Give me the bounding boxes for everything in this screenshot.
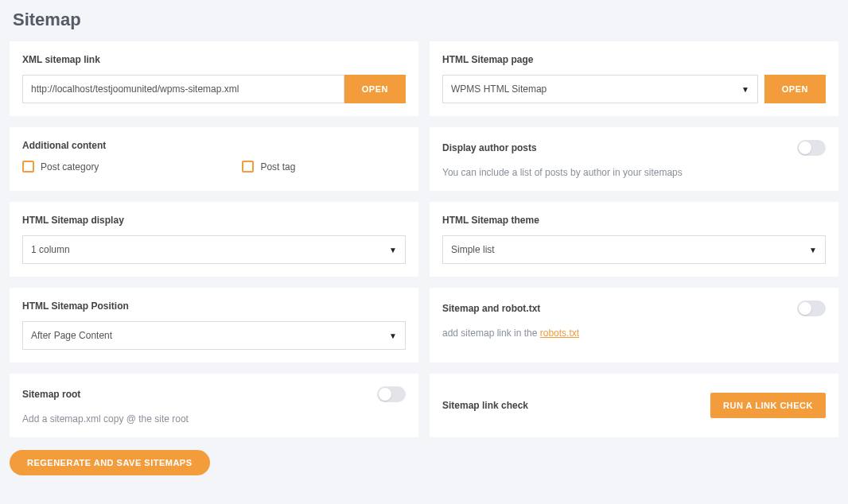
display-selected: 1 column — [31, 244, 389, 255]
root-desc: Add a sitemap.xml copy @ the site root — [22, 413, 406, 425]
chevron-down-icon: ▼ — [389, 246, 397, 254]
robots-label: Sitemap and robot.txt — [442, 303, 540, 314]
link-check-label: Sitemap link check — [442, 400, 528, 411]
html-page-selected: WPMS HTML Sitemap — [451, 83, 741, 95]
position-selected: After Page Content — [31, 330, 389, 341]
author-posts-label: Display author posts — [442, 142, 537, 153]
card-sitemap-theme: HTML Sitemap theme Simple list ▼ — [430, 202, 838, 277]
html-page-label: HTML Sitemap page — [442, 54, 826, 65]
author-posts-toggle[interactable] — [797, 140, 826, 156]
root-toggle[interactable] — [377, 386, 406, 402]
card-author-posts: Display author posts You can include a l… — [430, 127, 838, 191]
checkbox-icon — [22, 161, 34, 173]
display-select[interactable]: 1 column ▼ — [22, 235, 406, 264]
card-sitemap-root: Sitemap root Add a sitemap.xml copy @ th… — [10, 374, 418, 437]
checkbox-label-category: Post category — [41, 161, 99, 173]
author-posts-desc: You can include a list of posts by autho… — [442, 167, 826, 178]
card-sitemap-display: HTML Sitemap display 1 column ▼ — [10, 202, 418, 277]
xml-link-label: XML sitemap link — [22, 54, 406, 65]
robots-desc: add sitemap link in the robots.txt — [442, 328, 826, 339]
root-label: Sitemap root — [22, 389, 80, 400]
card-xml-link: XML sitemap link OPEN — [10, 41, 418, 116]
footer: REGENERATE AND SAVE SITEMAPS — [10, 450, 838, 475]
card-html-page: HTML Sitemap page WPMS HTML Sitemap ▼ OP… — [430, 41, 838, 116]
card-link-check: Sitemap link check RUN A LINK CHECK — [430, 374, 838, 437]
checkbox-post-tag[interactable]: Post tag — [242, 161, 295, 173]
checkbox-icon — [242, 161, 254, 173]
html-page-select[interactable]: WPMS HTML Sitemap ▼ — [442, 75, 758, 103]
theme-label: HTML Sitemap theme — [442, 215, 826, 226]
xml-open-button[interactable]: OPEN — [344, 75, 406, 103]
html-open-button[interactable]: OPEN — [764, 75, 826, 103]
run-link-check-button[interactable]: RUN A LINK CHECK — [710, 393, 826, 418]
position-select[interactable]: After Page Content ▼ — [22, 321, 406, 350]
settings-grid: XML sitemap link OPEN HTML Sitemap page … — [10, 41, 838, 437]
checkbox-post-category[interactable]: Post category — [22, 161, 99, 173]
robots-desc-prefix: add sitemap link in the — [442, 328, 540, 339]
additional-label: Additional content — [22, 140, 406, 151]
theme-selected: Simple list — [451, 244, 809, 255]
chevron-down-icon: ▼ — [741, 85, 749, 94]
page-title: Sitemap — [13, 10, 838, 30]
card-sitemap-position: HTML Sitemap Position After Page Content… — [10, 288, 418, 362]
chevron-down-icon: ▼ — [809, 246, 817, 254]
regenerate-save-button[interactable]: REGENERATE AND SAVE SITEMAPS — [10, 450, 210, 475]
chevron-down-icon: ▼ — [389, 331, 397, 340]
theme-select[interactable]: Simple list ▼ — [442, 235, 826, 264]
robots-toggle[interactable] — [797, 300, 826, 316]
card-robots: Sitemap and robot.txt add sitemap link i… — [430, 288, 838, 362]
checkbox-label-tag: Post tag — [260, 161, 295, 173]
card-additional-content: Additional content Post category Post ta… — [10, 127, 418, 191]
position-label: HTML Sitemap Position — [22, 300, 406, 312]
xml-link-input[interactable] — [22, 75, 344, 103]
display-label: HTML Sitemap display — [22, 215, 406, 226]
robots-txt-link[interactable]: robots.txt — [540, 328, 579, 339]
